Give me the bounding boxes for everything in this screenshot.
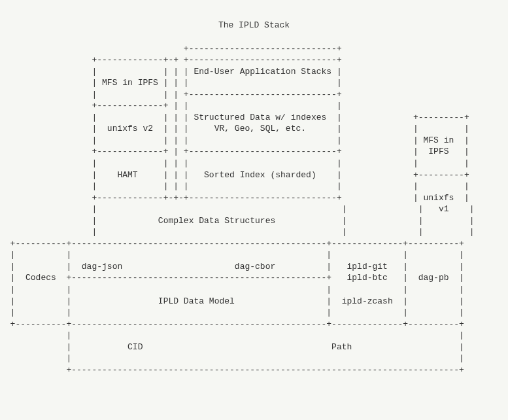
ipld-stack-ascii-diagram: +-----------------------------+ +-------… <box>0 43 508 376</box>
diagram-container: The IPLD Stack +------------------------… <box>0 0 508 420</box>
diagram-title: The IPLD Stack <box>0 20 508 31</box>
